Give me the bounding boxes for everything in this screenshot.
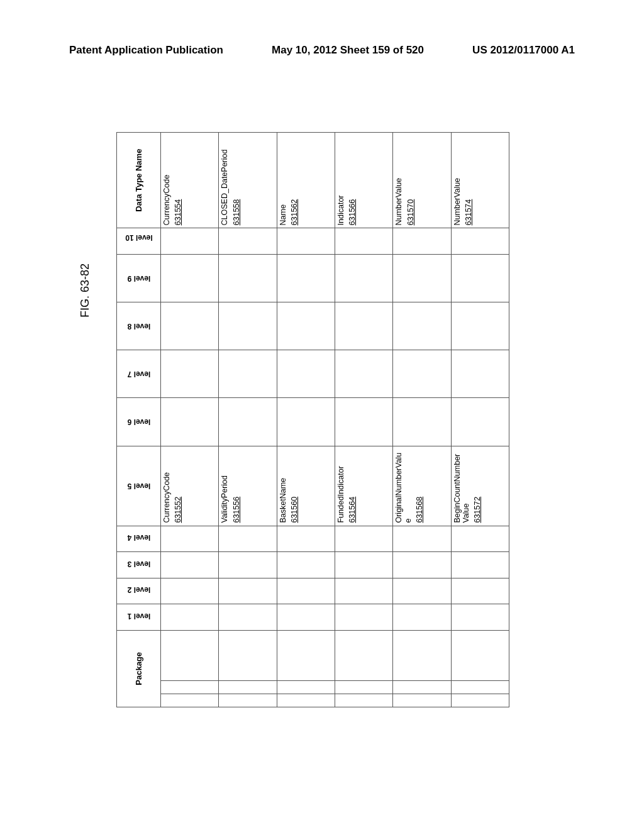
cell-level5: ValidityPeriod 631556: [219, 446, 277, 526]
cell-datatype: Indicator 631566: [335, 133, 392, 228]
col-level10: level 10: [117, 228, 161, 255]
header-left: Patent Application Publication: [69, 44, 223, 57]
table-row: BeginCountNumberValue 631572 NumberValue…: [451, 133, 509, 707]
ref-number: 631560: [290, 497, 299, 523]
ref-number: 631574: [464, 199, 473, 226]
col-level2: level 2: [117, 578, 161, 604]
cell-datatype: CLOSED_DatePeriod 631558: [219, 133, 277, 228]
col-level4: level 4: [117, 526, 161, 552]
ref-number: 631564: [348, 497, 357, 523]
cell-datatype: NumberValue 631574: [451, 133, 509, 228]
data-type-table: Package level 1 level 2 level 3 level 4 …: [116, 132, 509, 707]
col-level3: level 3: [117, 552, 161, 578]
ref-number: 631562: [290, 199, 299, 226]
header-right: US 2012/0117000 A1: [472, 44, 575, 57]
ref-number: 631572: [473, 497, 482, 523]
header-center: May 10, 2012 Sheet 159 of 520: [272, 44, 424, 57]
figure-label: FIG. 63-82: [79, 263, 92, 318]
cell-level5: BasketName 631560: [277, 446, 335, 526]
col-level6: level 6: [117, 398, 161, 446]
table-row: FundedIndicator 631564 Indicator 631566: [335, 133, 392, 707]
col-level8: level 8: [117, 302, 161, 350]
table-row: OriginalNumberValue 631568 NumberValue 6…: [393, 133, 451, 707]
col-package: Package: [117, 630, 161, 707]
table-row: BasketName 631560 Name 631562: [277, 133, 335, 707]
table-row: CurrencyCode 631552 CurrencyCode 631554: [161, 133, 219, 707]
ref-number: 631552: [174, 497, 182, 523]
ref-number: 631556: [232, 497, 241, 523]
col-datatype: Data Type Name: [117, 133, 161, 228]
table-row: ValidityPeriod 631556 CLOSED_DatePeriod …: [219, 133, 277, 707]
cell-level5: OriginalNumberValue 631568: [393, 446, 451, 526]
ref-number: 631566: [348, 199, 357, 226]
cell-datatype: CurrencyCode 631554: [161, 133, 219, 228]
cell-level5: CurrencyCode 631552: [161, 446, 219, 526]
col-level9: level 9: [117, 254, 161, 302]
cell-datatype: NumberValue 631570: [393, 133, 451, 228]
col-level7: level 7: [117, 350, 161, 398]
ref-number: 631570: [406, 199, 415, 226]
cell-level5: FundedIndicator 631564: [335, 446, 392, 526]
figure-table-container: Package level 1 level 2 level 3 level 4 …: [116, 132, 509, 707]
cell-datatype: Name 631562: [277, 133, 335, 228]
col-level5: level 5: [117, 446, 161, 526]
col-level1: level 1: [117, 604, 161, 631]
ref-number: 631568: [415, 497, 424, 523]
ref-number: 631558: [232, 199, 241, 226]
page-header: Patent Application Publication May 10, 2…: [0, 44, 644, 57]
ref-number: 631554: [174, 199, 182, 226]
cell-level5: BeginCountNumberValue 631572: [451, 446, 509, 526]
